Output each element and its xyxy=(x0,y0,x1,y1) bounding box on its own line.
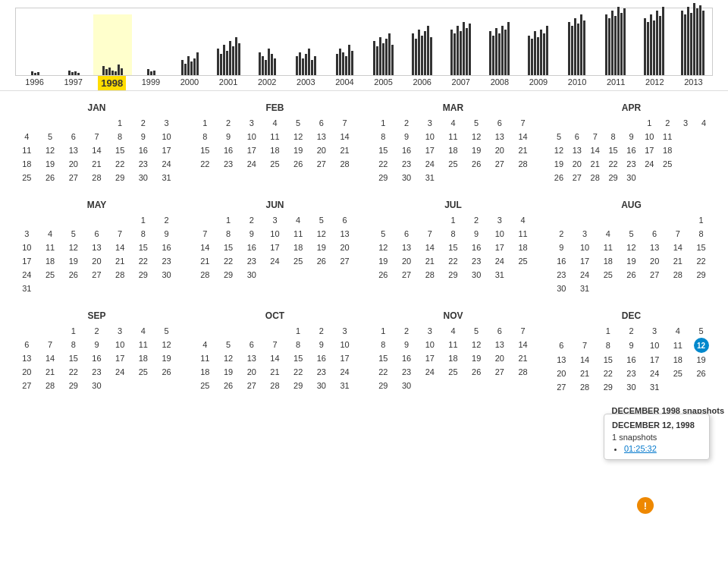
day-cell: 2 xyxy=(217,116,240,130)
table-row: 13141516171819 xyxy=(550,353,713,367)
table-row: 19202122232425 xyxy=(372,254,535,268)
day-cell xyxy=(155,379,178,392)
day-cell: 24 xyxy=(643,367,667,380)
day-cell: 18 xyxy=(39,254,62,268)
bar xyxy=(379,37,381,75)
day-cell: 18 xyxy=(511,241,535,254)
year-column-1996[interactable] xyxy=(16,14,55,75)
year-bars-2013 xyxy=(673,14,712,75)
day-cell xyxy=(596,213,620,227)
month-table-dec: 1234567891011121314151617181920212223242… xyxy=(550,324,713,394)
year-column-2006[interactable] xyxy=(403,14,441,75)
year-column-2004[interactable] xyxy=(325,14,364,75)
year-column-2009[interactable] xyxy=(519,14,557,75)
table-row: 18192021222324 xyxy=(193,365,356,379)
year-column-2003[interactable] xyxy=(287,14,325,75)
year-column-2000[interactable] xyxy=(171,14,209,75)
day-cell[interactable]: 12 xyxy=(689,338,713,353)
snapshot-badge[interactable]: 12 xyxy=(694,338,709,353)
day-cell: 14 xyxy=(85,143,108,157)
day-cell: 21 xyxy=(39,365,62,379)
day-cell: 26 xyxy=(620,268,643,282)
day-cell: 2 xyxy=(155,213,178,227)
table-row: 15161718192021 xyxy=(372,351,535,365)
day-cell: 25 xyxy=(39,268,62,282)
year-column-2012[interactable] xyxy=(635,14,673,75)
day-cell xyxy=(511,268,535,282)
day-cell xyxy=(217,324,240,338)
day-cell: 25 xyxy=(658,157,676,171)
day-cell: 19 xyxy=(310,241,334,254)
day-cell: 10 xyxy=(640,130,658,143)
day-cell: 24 xyxy=(240,157,263,171)
day-cell: 6 xyxy=(568,130,586,143)
day-cell xyxy=(287,268,310,282)
bar xyxy=(684,14,686,75)
bar xyxy=(611,11,613,75)
day-cell: 21 xyxy=(108,254,132,268)
day-cell: 30 xyxy=(240,268,263,282)
day-cell: 18 xyxy=(263,143,287,157)
day-cell: 15 xyxy=(287,351,310,365)
day-cell: 7 xyxy=(108,227,132,241)
day-cell: 29 xyxy=(596,380,620,394)
day-cell: 11 xyxy=(39,241,62,254)
year-column-2007[interactable] xyxy=(441,14,480,75)
day-cell xyxy=(568,116,586,130)
day-cell: 12 xyxy=(310,227,334,241)
day-cell: 3 xyxy=(643,324,667,338)
day-cell: 19 xyxy=(155,351,178,365)
day-cell: 20 xyxy=(550,367,573,380)
bar xyxy=(687,7,689,75)
year-column-1999[interactable] xyxy=(132,14,171,75)
year-column-2010[interactable] xyxy=(557,14,596,75)
day-cell: 7 xyxy=(193,227,217,241)
day-cell: 16 xyxy=(155,241,178,254)
table-row: 16171819202122 xyxy=(550,254,713,268)
year-column-2013[interactable] xyxy=(673,14,712,75)
year-label-1997: 1997 xyxy=(64,76,82,88)
bar xyxy=(650,14,652,75)
year-column-1998[interactable] xyxy=(93,14,132,75)
bar xyxy=(681,11,683,75)
year-column-2001[interactable] xyxy=(209,14,248,75)
day-cell: 12 xyxy=(465,130,488,143)
year-bars-2004 xyxy=(325,14,364,75)
day-cell: 23 xyxy=(395,365,419,379)
day-cell: 7 xyxy=(263,338,287,351)
year-label-2007: 2007 xyxy=(452,76,470,88)
day-cell: 16 xyxy=(623,143,641,157)
day-cell: 25 xyxy=(193,379,217,392)
day-cell xyxy=(550,116,568,130)
day-cell: 28 xyxy=(573,380,597,394)
year-column-2002[interactable] xyxy=(248,14,287,75)
day-cell: 17 xyxy=(418,351,441,365)
table-row: 293031 xyxy=(372,171,535,184)
table-row: 123 xyxy=(15,116,178,130)
year-column-2008[interactable] xyxy=(480,14,519,75)
day-cell xyxy=(155,282,178,295)
day-cell xyxy=(550,324,573,338)
day-cell: 4 xyxy=(441,324,465,338)
month-block-jul: JUL1234567891011121314151617181920212223… xyxy=(372,200,535,295)
day-cell: 30 xyxy=(620,380,643,394)
day-cell: 3 xyxy=(108,324,132,338)
day-cell: 19 xyxy=(550,157,568,171)
year-bars-1998 xyxy=(93,14,132,75)
day-cell: 6 xyxy=(310,116,334,130)
year-label-2008: 2008 xyxy=(491,76,509,88)
day-cell: 8 xyxy=(372,130,395,143)
day-cell: 9 xyxy=(310,338,334,351)
year-bars-2011 xyxy=(596,14,635,75)
month-title-jun: JUN xyxy=(193,200,356,210)
year-column-2011[interactable] xyxy=(596,14,635,75)
month-table-jan: 1234567891011121314151617181920212223242… xyxy=(15,116,178,184)
day-cell: 20 xyxy=(85,254,108,268)
day-cell: 26 xyxy=(155,365,178,379)
year-column-2005[interactable] xyxy=(364,14,403,75)
year-column-1997[interactable] xyxy=(55,14,93,75)
day-cell: 3 xyxy=(240,116,263,130)
day-cell xyxy=(465,379,488,392)
day-cell: 1 xyxy=(596,324,620,338)
bar xyxy=(608,18,610,75)
